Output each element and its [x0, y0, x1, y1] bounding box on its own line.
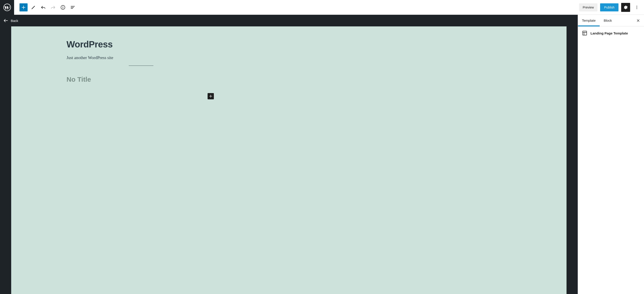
- svg-rect-3: [63, 7, 63, 8]
- plus-icon: [208, 94, 213, 98]
- back-label: Back: [11, 19, 18, 22]
- vertical-dots-icon: [634, 5, 639, 10]
- tab-template[interactable]: Template: [578, 15, 600, 26]
- details-button[interactable]: [59, 3, 67, 11]
- top-toolbar: Preview Publish: [0, 0, 644, 15]
- post-title-placeholder[interactable]: No Title: [66, 76, 216, 83]
- main-area: Back WordPress Just another WordPress si…: [0, 15, 644, 294]
- back-button[interactable]: Back: [0, 15, 578, 26]
- svg-point-4: [636, 5, 637, 6]
- canvas-wrap: WordPress Just another WordPress site No…: [0, 26, 578, 294]
- sidebar-tabs: Template Block: [578, 15, 644, 26]
- template-row[interactable]: Landing Page Template: [582, 30, 640, 36]
- add-block-inline-button[interactable]: [208, 93, 214, 99]
- wordpress-logo[interactable]: [0, 0, 14, 15]
- undo-button[interactable]: [39, 3, 47, 11]
- editor-region: Back WordPress Just another WordPress si…: [0, 15, 578, 294]
- list-view-button[interactable]: [69, 3, 77, 11]
- site-title[interactable]: WordPress: [66, 39, 216, 49]
- wordpress-icon: [3, 3, 11, 11]
- redo-button[interactable]: [49, 3, 57, 11]
- svg-point-5: [636, 7, 637, 7]
- toolbar-left-group: [14, 3, 77, 11]
- arrow-left-icon: [3, 18, 8, 23]
- svg-point-6: [636, 8, 637, 9]
- svg-point-2: [63, 6, 63, 7]
- gear-icon: [623, 5, 628, 10]
- edit-tool-button[interactable]: [29, 3, 38, 11]
- toolbar-right-group: Preview Publish: [579, 3, 644, 12]
- preview-button[interactable]: Preview: [579, 3, 598, 11]
- info-icon: [60, 5, 66, 10]
- plus-icon: [21, 5, 26, 10]
- separator-block[interactable]: [129, 65, 154, 66]
- tab-block[interactable]: Block: [600, 15, 616, 26]
- settings-button[interactable]: [621, 3, 630, 12]
- undo-icon: [40, 5, 46, 10]
- svg-rect-7: [583, 31, 587, 35]
- settings-sidebar: Template Block Landing Page Template: [578, 15, 644, 294]
- site-tagline[interactable]: Just another WordPress site: [66, 55, 216, 60]
- canvas-inner: WordPress Just another WordPress site No…: [66, 39, 216, 99]
- template-name: Landing Page Template: [590, 31, 628, 35]
- close-icon: [636, 18, 640, 22]
- add-block-button[interactable]: [20, 3, 28, 11]
- layout-icon: [582, 30, 587, 36]
- publish-button[interactable]: Publish: [600, 3, 618, 11]
- list-view-icon: [70, 5, 76, 10]
- editor-canvas[interactable]: WordPress Just another WordPress site No…: [11, 26, 566, 294]
- pencil-icon: [31, 5, 36, 10]
- close-sidebar-button[interactable]: [634, 16, 643, 25]
- more-options-button[interactable]: [633, 3, 641, 12]
- redo-icon: [50, 5, 56, 10]
- sidebar-body: Landing Page Template: [578, 26, 644, 40]
